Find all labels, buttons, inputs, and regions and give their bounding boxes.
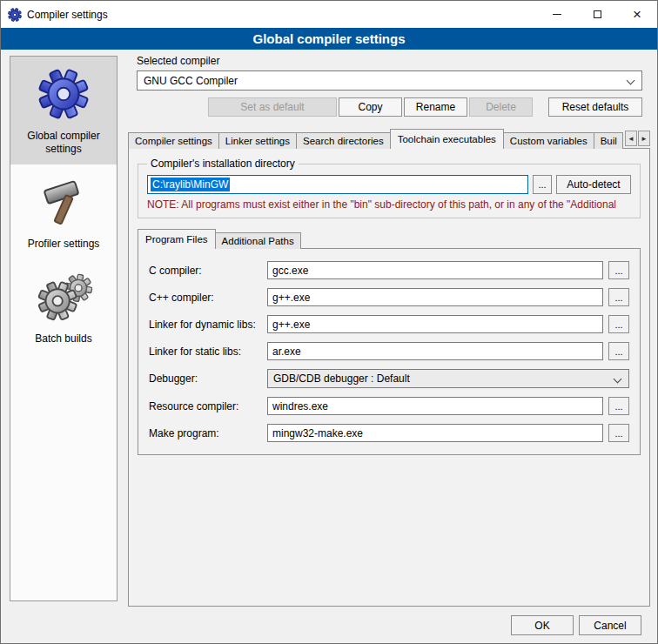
selected-compiler-combobox[interactable]: GNU GCC Compiler bbox=[137, 70, 642, 91]
make-program-label: Make program: bbox=[149, 427, 262, 439]
c-compiler-label: C compiler: bbox=[149, 265, 262, 277]
settings-tab-strip: Compiler settings Linker settings Search… bbox=[128, 129, 650, 148]
note-text: NOTE: All programs must exist either in … bbox=[147, 198, 631, 211]
debugger-value: GDB/CDB debugger : Default bbox=[273, 372, 410, 385]
resource-compiler-value: windres.exe bbox=[272, 400, 328, 413]
resource-compiler-input[interactable]: windres.exe bbox=[267, 397, 603, 415]
gear-gray-icon bbox=[33, 270, 94, 324]
reset-defaults-button[interactable]: Reset defaults bbox=[548, 97, 642, 117]
sidebar-item-profiler-settings[interactable]: Profiler settings bbox=[10, 164, 117, 259]
settings-category-list: Global compiler settings Profiler settin… bbox=[10, 56, 118, 601]
toolchain-executables-panel: Compiler's installation directory C:\ray… bbox=[128, 148, 650, 607]
tab-search-directories[interactable]: Search directories bbox=[296, 132, 391, 149]
copy-button[interactable]: Copy bbox=[339, 97, 402, 117]
debugger-label: Debugger: bbox=[149, 372, 262, 385]
cpp-compiler-label: C++ compiler: bbox=[149, 292, 262, 304]
tab-linker-settings[interactable]: Linker settings bbox=[218, 132, 297, 149]
tab-toolchain-executables[interactable]: Toolchain executables bbox=[390, 129, 504, 149]
selected-compiler-value: GNU GCC Compiler bbox=[144, 75, 238, 87]
dialog-footer: OK Cancel bbox=[511, 615, 641, 635]
linker-dynamic-value: g++.exe bbox=[272, 319, 310, 331]
tab-scroll-right-icon[interactable]: ► bbox=[638, 131, 650, 146]
delete-button: Delete bbox=[469, 97, 533, 117]
make-program-browse-button[interactable]: ... bbox=[608, 424, 629, 442]
linker-static-input[interactable]: ar.exe bbox=[267, 342, 603, 360]
resource-compiler-label: Resource compiler: bbox=[149, 400, 262, 413]
title-bar[interactable]: Compiler settings × bbox=[1, 1, 657, 28]
maximize-icon bbox=[594, 10, 601, 18]
minimize-button[interactable] bbox=[537, 1, 577, 28]
toolchain-fields: C compiler: gcc.exe ... C++ compiler: g+… bbox=[149, 261, 629, 442]
debugger-select[interactable]: GDB/CDB debugger : Default bbox=[267, 369, 629, 388]
minimize-icon bbox=[553, 14, 561, 15]
tab-scroll-left-icon[interactable]: ◄ bbox=[625, 131, 637, 146]
chevron-down-icon bbox=[627, 77, 635, 85]
make-program-value: mingw32-make.exe bbox=[272, 427, 363, 439]
tab-additional-paths[interactable]: Additional Paths bbox=[215, 232, 301, 249]
linker-static-value: ar.exe bbox=[272, 345, 301, 358]
cpp-compiler-value: g++.exe bbox=[272, 292, 310, 304]
linker-dynamic-browse-button[interactable]: ... bbox=[608, 315, 629, 333]
tab-custom-variables[interactable]: Custom variables bbox=[503, 132, 594, 149]
rename-button[interactable]: Rename bbox=[404, 97, 467, 117]
ok-button[interactable]: OK bbox=[511, 615, 574, 635]
compiler-action-buttons: Set as default Copy Rename Delete Reset … bbox=[137, 97, 642, 117]
installation-directory-input[interactable]: C:\raylib\MinGW bbox=[147, 175, 528, 194]
sidebar-item-batch-builds[interactable]: Batch builds bbox=[10, 259, 117, 354]
close-icon: × bbox=[633, 7, 641, 22]
dialog-banner: Global compiler settings bbox=[1, 28, 657, 50]
cpp-compiler-input[interactable]: g++.exe bbox=[267, 288, 603, 306]
linker-dynamic-input[interactable]: g++.exe bbox=[267, 315, 603, 333]
program-files-tab-strip: Program Files Additional Paths bbox=[138, 229, 641, 248]
window-title: Compiler settings bbox=[27, 9, 108, 21]
tab-build-options[interactable]: Buil bbox=[594, 132, 623, 149]
installation-directory-value: C:\raylib\MinGW bbox=[151, 178, 230, 191]
c-compiler-browse-button[interactable]: ... bbox=[608, 261, 629, 279]
sidebar-item-global-compiler-settings[interactable]: Global compiler settings bbox=[10, 57, 117, 164]
sidebar-item-label: Global compiler settings bbox=[14, 130, 113, 156]
make-program-input[interactable]: mingw32-make.exe bbox=[267, 424, 603, 442]
sidebar-item-label: Batch builds bbox=[14, 332, 113, 345]
linker-static-browse-button[interactable]: ... bbox=[608, 342, 629, 360]
auto-detect-button[interactable]: Auto-detect bbox=[556, 175, 631, 194]
gear-blue-icon bbox=[33, 67, 94, 121]
cpp-compiler-browse-button[interactable]: ... bbox=[608, 288, 629, 306]
linker-static-label: Linker for static libs: bbox=[149, 345, 262, 358]
main-panel: Selected compiler GNU GCC Compiler Set a… bbox=[128, 55, 650, 607]
c-compiler-value: gcc.exe bbox=[272, 265, 308, 277]
selected-compiler-label: Selected compiler bbox=[137, 55, 642, 67]
installation-directory-legend: Compiler's installation directory bbox=[147, 158, 299, 170]
set-as-default-button: Set as default bbox=[208, 97, 337, 117]
tab-scroll-buttons: ◄ ► bbox=[625, 131, 650, 146]
hammer-icon bbox=[33, 175, 94, 229]
close-button[interactable]: × bbox=[617, 1, 657, 28]
cancel-button[interactable]: Cancel bbox=[579, 615, 641, 635]
maximize-button[interactable] bbox=[577, 1, 617, 28]
app-icon bbox=[8, 8, 22, 22]
chevron-down-icon bbox=[614, 375, 622, 384]
linker-dynamic-label: Linker for dynamic libs: bbox=[149, 319, 262, 331]
program-files-panel: C compiler: gcc.exe ... C++ compiler: g+… bbox=[138, 248, 641, 455]
window-controls: × bbox=[537, 1, 657, 28]
tab-compiler-settings[interactable]: Compiler settings bbox=[128, 132, 219, 149]
resource-compiler-browse-button[interactable]: ... bbox=[608, 397, 629, 415]
program-files-notebook: Program Files Additional Paths C compile… bbox=[138, 229, 641, 455]
compiler-settings-window: Compiler settings × Global compiler sett… bbox=[0, 0, 658, 644]
tab-program-files[interactable]: Program Files bbox=[138, 229, 216, 249]
installation-directory-browse-button[interactable]: ... bbox=[533, 175, 552, 194]
c-compiler-input[interactable]: gcc.exe bbox=[267, 261, 603, 279]
installation-directory-groupbox: Compiler's installation directory C:\ray… bbox=[138, 158, 641, 218]
sidebar-item-label: Profiler settings bbox=[14, 238, 113, 251]
